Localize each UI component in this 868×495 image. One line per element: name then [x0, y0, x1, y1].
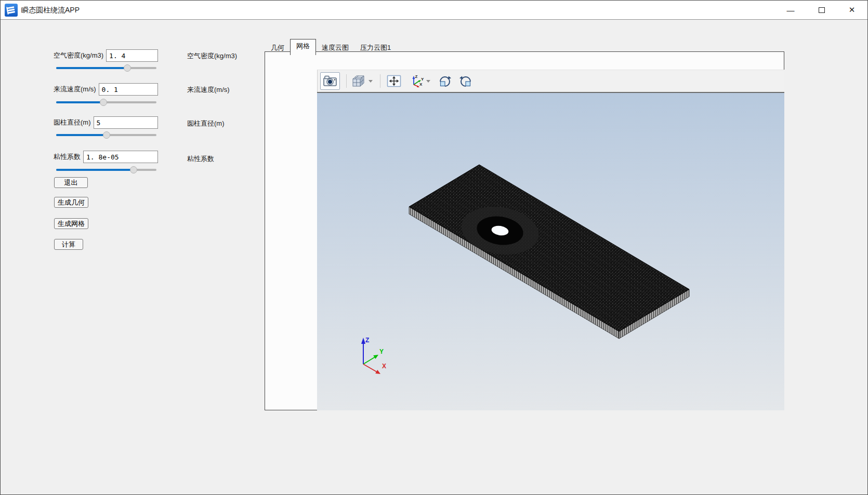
inflow-velocity-row: 来流速度(m/s) — [54, 83, 158, 96]
mirror-cylinder-diameter-label: 圆柱直径(m) — [187, 119, 225, 128]
app-window: 瞬态圆柱绕流APP — ✕ 空气密度(kg/m3) 来流速度(m/s) 圆柱直径… — [0, 0, 868, 495]
axis-x-label: X — [382, 363, 386, 370]
graphics-canvas[interactable]: Z Y X — [317, 92, 784, 410]
slider-fill — [56, 169, 134, 171]
camera-icon — [323, 75, 337, 87]
axes-triad-icon: Z Y X — [410, 74, 424, 88]
inflow-velocity-label: 来流速度(m/s) — [54, 85, 96, 94]
tab-geometry[interactable]: 几何 — [265, 41, 290, 55]
inflow-velocity-input[interactable] — [99, 83, 158, 96]
inflow-velocity-slider[interactable] — [56, 99, 156, 106]
viscosity-row: 粘性系数 — [54, 151, 158, 163]
minimize-icon: — — [787, 6, 795, 15]
mirror-viscosity-label: 粘性系数 — [187, 154, 214, 164]
slider-thumb[interactable] — [100, 99, 107, 106]
plot-tabs: 几何 网格 速度云图 压力云图1 — [265, 39, 397, 55]
maximize-button[interactable] — [810, 1, 834, 19]
toolbar-separator — [380, 74, 380, 88]
view-cube-dropdown-arrow[interactable] — [369, 80, 373, 83]
go-to-view-button[interactable]: Z Y X — [410, 73, 424, 89]
tab-mesh[interactable]: 网格 — [290, 39, 316, 55]
svg-text:X: X — [419, 82, 423, 87]
slider-fill — [56, 134, 107, 136]
view-cube-button[interactable] — [351, 73, 366, 89]
go-to-view-dropdown-arrow[interactable] — [426, 80, 430, 83]
air-density-row: 空气密度(kg/m3) — [54, 49, 158, 62]
air-density-label: 空气密度(kg/m3) — [54, 51, 103, 60]
rotate-clockwise-icon — [438, 74, 452, 88]
viewport-top-border — [317, 92, 784, 93]
snapshot-button[interactable] — [320, 72, 340, 90]
toolbar-separator — [346, 74, 347, 88]
compute-button[interactable]: 计算 — [54, 239, 83, 250]
viscosity-input[interactable] — [83, 151, 158, 163]
close-icon: ✕ — [849, 5, 856, 15]
title-bar: 瞬态圆柱绕流APP — ✕ — [1, 1, 867, 20]
tab-pressure-plot[interactable]: 压力云图1 — [354, 41, 397, 55]
minimize-button[interactable]: — — [779, 1, 803, 19]
close-button[interactable]: ✕ — [840, 1, 864, 19]
pan-arrows-icon — [387, 74, 401, 88]
air-density-input[interactable] — [106, 49, 158, 62]
viscosity-label: 粘性系数 — [54, 152, 81, 162]
app-icon — [5, 4, 18, 17]
zoom-extents-button[interactable] — [387, 73, 401, 89]
cylinder-diameter-slider[interactable] — [56, 131, 156, 139]
mesh-scene: Z Y X — [317, 92, 784, 410]
slider-thumb[interactable] — [130, 166, 137, 173]
window-title: 瞬态圆柱绕流APP — [21, 1, 80, 20]
generate-mesh-button[interactable]: 生成网格 — [54, 218, 88, 229]
slider-fill — [56, 101, 103, 103]
slider-thumb[interactable] — [124, 64, 131, 72]
mirror-inflow-velocity-label: 来流速度(m/s) — [187, 85, 230, 95]
mirror-air-density-label: 空气密度(kg/m3) — [187, 51, 237, 61]
maximize-icon — [819, 7, 825, 13]
cylinder-diameter-input[interactable] — [94, 116, 159, 129]
rotate-counterclockwise-button[interactable] — [458, 73, 473, 89]
graphics-toolbar: Z Y X — [317, 70, 784, 92]
cylinder-diameter-label: 圆柱直径(m) — [54, 118, 91, 127]
rotate-counterclockwise-icon — [458, 74, 473, 88]
exit-button[interactable]: 退出 — [54, 177, 88, 188]
slider-fill — [56, 67, 127, 69]
tab-velocity-plot[interactable]: 速度云图 — [316, 41, 354, 55]
slider-thumb[interactable] — [103, 131, 110, 139]
axis-y-label: Y — [379, 348, 384, 355]
cylinder-diameter-row: 圆柱直径(m) — [54, 116, 158, 129]
svg-text:Z: Z — [415, 74, 418, 79]
axis-z-label: Z — [365, 337, 369, 344]
viscosity-slider[interactable] — [56, 166, 156, 173]
view-cube-icon — [351, 74, 366, 88]
generate-geometry-button[interactable]: 生成几何 — [54, 197, 88, 208]
svg-text:Y: Y — [421, 77, 424, 82]
air-density-slider[interactable] — [56, 64, 156, 72]
rotate-clockwise-button[interactable] — [438, 73, 452, 89]
